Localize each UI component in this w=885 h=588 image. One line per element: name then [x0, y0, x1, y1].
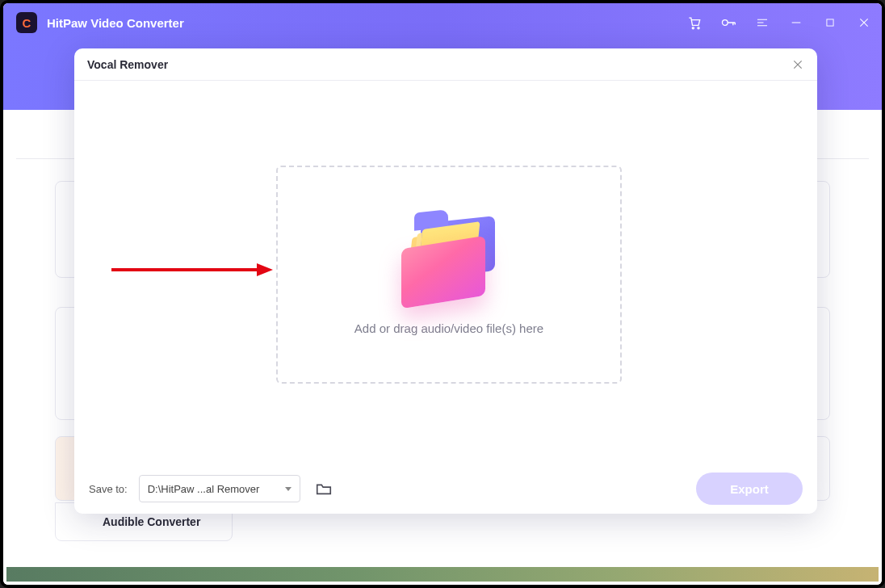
app-window: HitPaw Video Converter [0, 0, 885, 588]
export-button[interactable]: Export [696, 472, 803, 505]
close-window-button[interactable] [856, 15, 872, 31]
minimize-button[interactable] [788, 15, 804, 31]
save-to-label: Save to: [89, 483, 128, 495]
svg-point-1 [698, 27, 699, 29]
window-controls [686, 15, 872, 31]
file-dropzone[interactable]: Add or drag audio/video file(s) here [276, 166, 622, 384]
browse-folder-button[interactable] [312, 478, 336, 499]
key-icon[interactable] [720, 15, 736, 31]
chevron-down-icon [285, 487, 292, 491]
vocal-remover-dialog: Vocal Remover Add or drag audio/video fi… [74, 48, 817, 514]
svg-point-2 [723, 20, 728, 26]
dialog-body: Add or drag audio/video file(s) here [74, 81, 817, 464]
app-logo-icon [16, 12, 37, 33]
cart-icon[interactable] [686, 15, 703, 31]
dropzone-text: Add or drag audio/video file(s) here [354, 321, 543, 335]
close-dialog-button[interactable] [790, 57, 806, 73]
dialog-title: Vocal Remover [87, 58, 168, 71]
export-button-label: Export [730, 482, 769, 496]
maximize-button[interactable] [822, 15, 838, 31]
app-title: HitPaw Video Converter [47, 16, 184, 30]
svg-point-0 [692, 27, 694, 29]
save-path-select[interactable]: D:\HitPaw ...al Remover [139, 475, 300, 502]
audible-converter-label: Audible Converter [103, 515, 200, 528]
dialog-header: Vocal Remover [74, 48, 817, 81]
dialog-footer: Save to: D:\HitPaw ...al Remover Export [74, 464, 817, 514]
menu-icon[interactable] [754, 15, 770, 31]
save-path-value: D:\HitPaw ...al Remover [148, 483, 260, 495]
folder-icon [396, 215, 501, 304]
svg-rect-3 [827, 19, 833, 26]
bottom-decoration [6, 567, 879, 582]
